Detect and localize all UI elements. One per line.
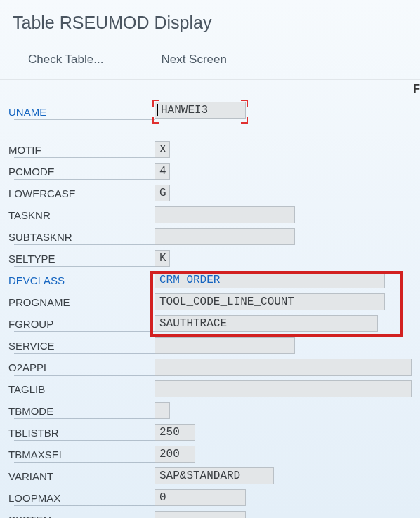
field-label-subtasknr: SUBTASKNR (7, 231, 155, 243)
form-row-variant: VARIANTSAP&STANDARD (7, 465, 420, 486)
label-underline (14, 201, 155, 201)
field-label-pcmode: PCMODE (7, 166, 155, 178)
form-area: UNAMEHANWEI3MOTIFXPCMODE4LOWERCASEGTASKN… (0, 80, 420, 518)
window-header: Table RSEUMOD Display (0, 0, 420, 43)
label-underline (14, 310, 155, 310)
field-label-devclass[interactable]: DEVCLASS (7, 274, 155, 286)
next-screen-button[interactable]: Next Screen (152, 48, 235, 71)
label-underline (14, 418, 155, 419)
form-row-loopmax: LOOPMAX0 (7, 487, 420, 508)
form-row-service: SERVICE (7, 335, 420, 356)
form-row-subtasknr: SUBTASKNR (7, 226, 420, 247)
field-input-tblistbr[interactable]: 250 (155, 424, 195, 441)
field-label-progname: PROGNAME (7, 296, 155, 308)
label-underline (14, 440, 155, 441)
form-row-o2appl: O2APPL (7, 357, 420, 378)
field-input-lowercase[interactable]: G (155, 185, 170, 201)
field-label-loopmax: LOOPMAX (7, 492, 155, 504)
field-label-tbmode: TBMODE (7, 405, 155, 417)
field-input-o2appl[interactable] (155, 359, 412, 376)
form-row-progname: PROGNAMETOOL_CODE_LINE_COUNT (7, 291, 420, 312)
truncated-right-text: F (413, 83, 420, 95)
field-label-motif: MOTIF (7, 144, 155, 156)
form-row-devclass: DEVCLASSCRM_ORDER (7, 270, 420, 291)
label-underline (14, 375, 155, 376)
label-underline (14, 288, 155, 288)
label-underline (14, 484, 155, 484)
focused-field-wrap: HANWEI3 (155, 102, 246, 121)
form-row-system: SYSTEM (7, 509, 420, 518)
label-underline (14, 462, 155, 463)
form-row-seltype: SELTYPEK (7, 248, 420, 269)
label-underline (14, 244, 155, 245)
field-label-uname[interactable]: UNAME (7, 106, 155, 118)
label-underline (14, 331, 155, 332)
label-underline (14, 179, 155, 180)
page-title: Table RSEUMOD Display (13, 13, 413, 33)
label-underline (14, 397, 155, 397)
field-label-tasknr: TASKNR (7, 209, 155, 221)
label-underline (14, 353, 155, 354)
label-underline (14, 505, 155, 506)
field-label-service: SERVICE (7, 340, 155, 352)
form-row-pcmode: PCMODE4 (7, 161, 420, 182)
field-label-lowercase: LOWERCASE (7, 187, 155, 199)
form-row-tblistbr: TBLISTBR250 (7, 422, 420, 443)
field-label-seltype: SELTYPE (7, 253, 155, 265)
field-label-variant: VARIANT (7, 470, 155, 482)
field-input-tbmode[interactable] (155, 402, 170, 419)
field-label-o2appl: O2APPL (7, 361, 155, 373)
form-row-motif: MOTIFX (7, 139, 420, 160)
form-row-lowercase: LOWERCASEG (7, 182, 420, 204)
text-caret (157, 104, 158, 116)
form-row-uname: UNAMEHANWEI3 (7, 101, 420, 122)
field-input-subtasknr[interactable] (155, 228, 295, 245)
field-input-devclass[interactable]: CRM_ORDER (155, 272, 385, 288)
form-row-tbmaxsel: TBMAXSEL200 (7, 444, 420, 465)
field-input-seltype[interactable]: K (155, 250, 170, 267)
field-input-system[interactable] (155, 511, 246, 518)
field-input-variant[interactable]: SAP&STANDARD (155, 467, 274, 484)
form-row-fgroup: FGROUPSAUTHTRACE (7, 313, 420, 334)
form-row-taglib: TAGLIB (7, 378, 420, 399)
field-label-tbmaxsel: TBMAXSEL (7, 449, 155, 460)
field-input-motif[interactable]: X (155, 141, 170, 158)
field-input-taglib[interactable] (155, 380, 412, 397)
check-table-button[interactable]: Check Table... (20, 48, 112, 71)
field-label-system: SYSTEM (7, 514, 155, 519)
field-label-fgroup: FGROUP (7, 318, 155, 330)
label-underline (14, 119, 155, 120)
label-underline (14, 157, 155, 158)
form-row-tasknr: TASKNR (7, 204, 420, 225)
field-input-pcmode[interactable]: 4 (155, 163, 170, 180)
field-input-service[interactable] (155, 337, 295, 354)
row-spacer (7, 123, 420, 138)
field-input-fgroup[interactable]: SAUTHTRACE (155, 315, 378, 332)
field-input-uname[interactable]: HANWEI3 (155, 102, 246, 119)
toolbar: Check Table... Next Screen (0, 43, 420, 80)
field-label-taglib: TAGLIB (7, 383, 155, 395)
label-underline (14, 223, 155, 223)
label-underline (14, 266, 155, 267)
field-input-tbmaxsel[interactable]: 200 (155, 446, 195, 463)
field-label-tblistbr: TBLISTBR (7, 427, 155, 439)
field-input-tasknr[interactable] (155, 206, 295, 223)
field-input-loopmax[interactable]: 0 (155, 489, 246, 506)
form-row-tbmode: TBMODE (7, 400, 420, 421)
field-input-progname[interactable]: TOOL_CODE_LINE_COUNT (155, 293, 385, 310)
